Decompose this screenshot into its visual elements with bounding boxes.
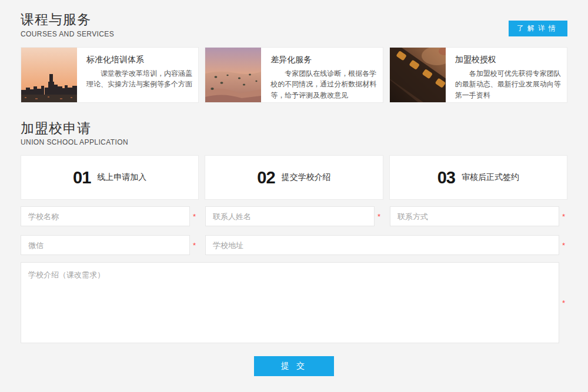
page: 课程与服务 COURSES AND SERVICES 了解详情	[0, 0, 588, 392]
required-marker: *	[191, 242, 198, 249]
step-number: 03	[437, 168, 455, 187]
application-subtitle: UNION SCHOOL APPLICATION	[21, 138, 567, 146]
school-name-input[interactable]	[21, 206, 190, 226]
application-steps: 01 线上申请加入 02 提交学校介绍 03 审核后正式签约	[21, 155, 567, 200]
required-marker: *	[560, 242, 567, 249]
step-label: 提交学校介绍	[282, 172, 331, 183]
courses-title: 课程与服务	[21, 12, 567, 28]
wechat-input[interactable]	[21, 235, 190, 255]
step-apply-online: 01 线上申请加入	[21, 155, 199, 200]
application-form: * * * * *	[21, 206, 567, 376]
school-intro-textarea[interactable]	[21, 262, 559, 343]
submit-button[interactable]: 提交	[254, 356, 334, 376]
field-wechat: *	[21, 235, 198, 255]
course-cards: 标准化培训体系 课堂教学改革培训，内容涵盖理论、实操方法与案例等多个方面	[21, 47, 567, 103]
card-description: 课堂教学改革培训，内容涵盖理论、实操方法与案例等多个方面	[86, 68, 192, 90]
courses-header: 课程与服务 COURSES AND SERVICES 了解详情	[21, 0, 567, 38]
required-marker: *	[560, 299, 567, 307]
card-title: 加盟校授权	[455, 55, 561, 65]
application-header: 加盟校申请 UNION SCHOOL APPLICATION	[21, 120, 567, 147]
card-description: 各加盟校可优先获得专家团队的最新动态、最新行业发展动向等第一手资料	[455, 68, 561, 101]
desert-dunes-image	[205, 48, 261, 102]
step-label: 审核后正式签约	[462, 172, 519, 183]
step-number: 02	[257, 168, 275, 187]
required-marker: *	[191, 213, 198, 220]
course-card-franchise: 加盟校授权 各加盟校可优先获得专家团队的最新动态、最新行业发展动向等第一手资料	[389, 47, 567, 103]
application-title: 加盟校申请	[21, 120, 567, 137]
field-school-intro: *	[21, 262, 567, 343]
learn-more-button[interactable]: 了解详情	[509, 21, 567, 36]
course-card-training: 标准化培训体系 课堂教学改革培训，内容涵盖理论、实操方法与案例等多个方面	[21, 47, 199, 103]
required-marker: *	[560, 213, 567, 220]
course-card-service: 差异化服务 专家团队在线诊断，根据各学校的不同情况，通过分析数据材料等，给予评测…	[205, 47, 383, 103]
city-skyline-image	[21, 48, 77, 102]
step-label: 线上申请加入	[97, 172, 146, 183]
card-description: 专家团队在线诊断，根据各学校的不同情况，通过分析数据材料等，给予评测及教改意见	[270, 68, 376, 101]
school-address-input[interactable]	[205, 235, 559, 255]
step-submit-intro: 02 提交学校介绍	[205, 155, 383, 200]
contact-method-input[interactable]	[390, 206, 559, 226]
field-school-name: *	[21, 206, 198, 226]
contact-name-input[interactable]	[205, 206, 375, 226]
card-title: 标准化培训体系	[86, 55, 192, 65]
field-contact-name: *	[205, 206, 383, 226]
field-school-address: *	[205, 235, 567, 255]
film-strip-image	[390, 48, 446, 102]
field-contact-method: *	[390, 206, 567, 226]
step-number: 01	[73, 168, 91, 187]
courses-subtitle: COURSES AND SERVICES	[21, 30, 567, 38]
step-sign-contract: 03 审核后正式签约	[389, 155, 567, 200]
card-title: 差异化服务	[270, 55, 376, 65]
required-marker: *	[375, 213, 383, 220]
